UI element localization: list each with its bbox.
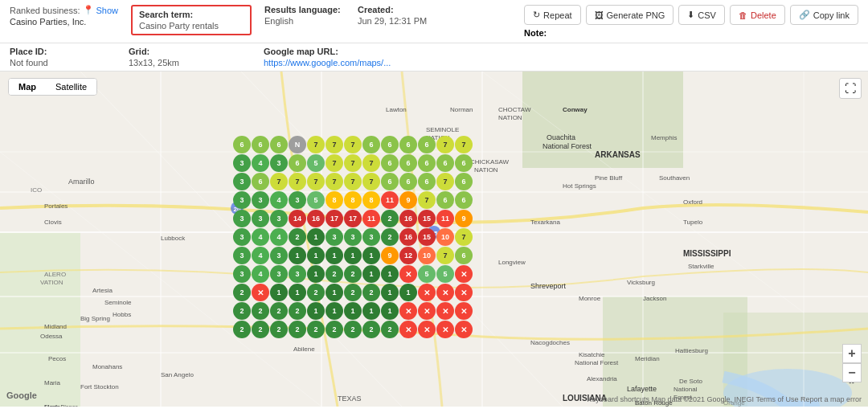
grid-cell[interactable]: 2 — [362, 284, 380, 301]
grid-cell[interactable]: 1 — [344, 302, 362, 320]
grid-cell[interactable]: ✕ — [399, 321, 417, 338]
grid-cell[interactable]: 3 — [252, 210, 269, 227]
grid-cell[interactable]: 2 — [381, 321, 399, 338]
grid-cell[interactable]: 2 — [381, 228, 399, 246]
grid-cell[interactable]: 3 — [326, 228, 343, 246]
grid-cell[interactable]: 2 — [307, 284, 325, 301]
grid-cell[interactable] — [362, 339, 380, 357]
grid-cell[interactable]: 1 — [289, 247, 306, 264]
grid-cell[interactable]: 7 — [436, 247, 454, 264]
grid-cell[interactable] — [307, 358, 325, 375]
grid-cell[interactable] — [399, 339, 417, 357]
grid-cell[interactable]: ✕ — [436, 321, 454, 338]
grid-cell[interactable]: 6 — [418, 136, 436, 153]
grid-cell[interactable] — [436, 358, 454, 375]
copy-link-button[interactable]: 🔗 Copy link — [790, 5, 858, 25]
fullscreen-button[interactable]: ⛶ — [839, 78, 862, 99]
grid-cell[interactable]: 3 — [270, 265, 288, 283]
grid-cell[interactable]: 7 — [270, 173, 288, 190]
grid-cell[interactable]: 2 — [326, 265, 343, 283]
grid-cell[interactable]: 6 — [418, 173, 436, 190]
zoom-out-button[interactable]: − — [842, 363, 862, 382]
grid-cell[interactable]: 2 — [289, 302, 306, 320]
grid-cell[interactable]: 2 — [252, 321, 269, 338]
grid-cell[interactable]: 6 — [381, 173, 399, 190]
grid-cell[interactable]: 7 — [362, 173, 380, 190]
grid-cell[interactable]: 4 — [270, 191, 288, 209]
grid-cell[interactable]: 3 — [233, 191, 251, 209]
grid-cell[interactable]: 1 — [307, 265, 325, 283]
csv-button[interactable]: ⬇ CSV — [678, 5, 725, 25]
grid-cell[interactable]: 12 — [399, 247, 417, 264]
grid-cell[interactable]: 1 — [326, 247, 343, 264]
grid-cell[interactable]: 17 — [344, 210, 362, 227]
grid-cell[interactable]: 6 — [289, 154, 306, 172]
grid-cell[interactable]: 3 — [252, 191, 269, 209]
grid-cell[interactable]: 6 — [436, 154, 454, 172]
grid-cell[interactable]: 1 — [307, 228, 325, 246]
grid-cell[interactable]: ✕ — [436, 284, 454, 301]
grid-cell[interactable]: 1 — [326, 302, 343, 320]
grid-cell[interactable]: 6 — [455, 154, 473, 172]
map-tab-map[interactable]: Map — [9, 79, 46, 95]
grid-cell[interactable]: 8 — [326, 191, 343, 209]
grid-cell[interactable]: 6 — [418, 154, 436, 172]
grid-cell[interactable]: 9 — [399, 191, 417, 209]
grid-cell[interactable]: 7 — [326, 154, 343, 172]
grid-cell[interactable]: 1 — [362, 265, 380, 283]
grid-cell[interactable]: 7 — [455, 136, 473, 153]
grid-cell[interactable]: 7 — [344, 136, 362, 153]
grid-cell[interactable] — [344, 339, 362, 357]
grid-cell[interactable]: 7 — [307, 173, 325, 190]
grid-cell[interactable] — [399, 358, 417, 375]
grid-cell[interactable]: 6 — [399, 154, 417, 172]
grid-cell[interactable]: 1 — [362, 302, 380, 320]
grid-cell[interactable]: 7 — [344, 154, 362, 172]
grid-cell[interactable]: 6 — [252, 173, 269, 190]
grid-cell[interactable]: ✕ — [418, 302, 436, 320]
grid-cell[interactable]: 2 — [344, 321, 362, 338]
grid-cell[interactable]: 2 — [381, 210, 399, 227]
grid-cell[interactable] — [436, 339, 454, 357]
grid-cell[interactable]: 5 — [418, 265, 436, 283]
grid-cell[interactable] — [381, 339, 399, 357]
grid-cell[interactable]: 2 — [233, 302, 251, 320]
grid-cell[interactable]: ✕ — [436, 302, 454, 320]
grid-cell[interactable]: 11 — [362, 210, 380, 227]
grid-cell[interactable]: 1 — [381, 265, 399, 283]
grid-cell[interactable]: 1 — [270, 284, 288, 301]
grid-cell[interactable]: ✕ — [455, 284, 473, 301]
google-map-url-link[interactable]: https://www.google.com/maps/... — [264, 58, 424, 67]
grid-cell[interactable]: 2 — [289, 321, 306, 338]
grid-cell[interactable]: ✕ — [418, 284, 436, 301]
grid-cell[interactable]: 7 — [436, 136, 454, 153]
repeat-button[interactable]: ↻ Repeat — [524, 5, 580, 25]
grid-cell[interactable]: ✕ — [252, 284, 269, 301]
grid-cell[interactable] — [381, 358, 399, 375]
grid-cell[interactable] — [252, 339, 269, 357]
grid-cell[interactable]: 3 — [289, 191, 306, 209]
show-link[interactable]: 📍 Show — [83, 5, 118, 15]
grid-cell[interactable] — [455, 339, 473, 357]
grid-cell[interactable]: 5 — [307, 191, 325, 209]
grid-cell[interactable]: 1 — [307, 302, 325, 320]
grid-cell[interactable]: 5 — [307, 154, 325, 172]
grid-cell[interactable] — [233, 339, 251, 357]
grid-cell[interactable]: 6 — [436, 191, 454, 209]
grid-cell[interactable]: 2 — [344, 284, 362, 301]
grid-cell[interactable]: 6 — [270, 136, 288, 153]
grid-cell[interactable] — [270, 339, 288, 357]
grid-cell[interactable] — [289, 358, 306, 375]
grid-cell[interactable]: 1 — [344, 247, 362, 264]
grid-cell[interactable]: 3 — [233, 210, 251, 227]
grid-cell[interactable] — [233, 358, 251, 375]
grid-cell[interactable]: 3 — [233, 173, 251, 190]
grid-cell[interactable]: 3 — [270, 154, 288, 172]
grid-cell[interactable]: 3 — [233, 265, 251, 283]
grid-cell[interactable] — [307, 339, 325, 357]
grid-cell[interactable]: 15 — [418, 210, 436, 227]
grid-cell[interactable]: 7 — [326, 173, 343, 190]
generate-png-button[interactable]: 🖼 Generate PNG — [586, 5, 674, 25]
grid-cell[interactable]: 2 — [289, 228, 306, 246]
grid-cell[interactable] — [455, 358, 473, 375]
